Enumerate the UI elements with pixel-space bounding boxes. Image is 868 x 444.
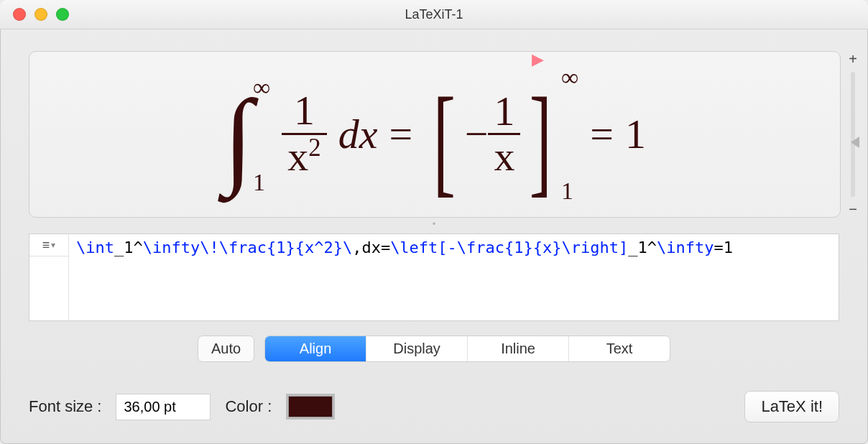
- tab-align[interactable]: Align: [265, 336, 366, 361]
- integral-symbol: ∫: [223, 94, 253, 180]
- zoom-slider: + −: [844, 51, 862, 218]
- preview-row: ▶ ∫ ∞ 1 1 x2 dx =: [0, 29, 868, 218]
- auto-button[interactable]: Auto: [198, 336, 254, 362]
- latex-it-button[interactable]: LaTeX it!: [744, 391, 839, 422]
- color-well[interactable]: [286, 394, 335, 420]
- zoom-icon[interactable]: [56, 8, 69, 21]
- mode-segmented: Align Display Inline Text: [264, 336, 670, 362]
- tab-display[interactable]: Display: [366, 336, 468, 361]
- bracket-block: [ − 1 x ] ∞ 1: [424, 90, 578, 180]
- minimize-icon[interactable]: [34, 8, 47, 21]
- fraction-result: 1 x: [488, 90, 520, 180]
- zoom-in-button[interactable]: +: [849, 51, 857, 68]
- integral-limits: ∞ 1: [253, 110, 270, 159]
- integral-lower: 1: [253, 170, 265, 195]
- tab-text[interactable]: Text: [569, 336, 670, 361]
- result: 1: [625, 110, 646, 158]
- left-bracket-icon: [: [433, 96, 456, 184]
- dx: dx: [338, 110, 378, 158]
- menu-icon: ≡: [42, 238, 50, 253]
- font-size-input[interactable]: [116, 394, 211, 420]
- preview-panel[interactable]: ▶ ∫ ∞ 1 1 x2 dx =: [29, 51, 841, 218]
- equals-2: =: [590, 110, 614, 158]
- editor-row: ≡▾ \int_1^\infty\!\frac{1}{x^2}\,dx=\lef…: [29, 233, 839, 321]
- editor-gutter: ≡▾: [29, 233, 69, 321]
- window-controls: [0, 8, 69, 21]
- zoom-out-button[interactable]: −: [849, 201, 857, 218]
- app-window: LaTeXiT-1 ▶ ∫ ∞ 1 1 x2: [0, 0, 868, 444]
- fraction-integrand: 1 x2: [282, 89, 326, 179]
- zoom-track[interactable]: [851, 72, 855, 197]
- tab-inline[interactable]: Inline: [468, 336, 569, 361]
- integral-upper: ∞: [253, 75, 270, 100]
- bracket-limits: ∞ 1: [561, 107, 578, 162]
- font-size-label: Font size :: [29, 397, 101, 416]
- footer-row: Font size : Color : LaTeX it!: [29, 391, 839, 422]
- window-title: LaTeXiT-1: [0, 7, 868, 22]
- color-label: Color :: [225, 397, 272, 416]
- equals: =: [389, 110, 412, 158]
- frac-den: x2: [282, 135, 326, 179]
- mode-row: Auto Align Display Inline Text: [29, 336, 839, 362]
- frac-num: 1: [288, 89, 320, 133]
- titlebar: LaTeXiT-1: [0, 0, 868, 29]
- close-icon[interactable]: [13, 8, 26, 21]
- latex-source-editor[interactable]: \int_1^\infty\!\frac{1}{x^2}\,dx=\left[-…: [69, 233, 839, 321]
- zoom-thumb-icon[interactable]: [851, 137, 859, 148]
- chevron-down-icon: ▾: [51, 240, 55, 250]
- split-handle-icon[interactable]: •: [0, 219, 868, 229]
- rendered-equation: ∫ ∞ 1 1 x2 dx = [ −: [223, 89, 646, 179]
- neg: −: [465, 110, 489, 158]
- baseline-marker-icon[interactable]: ▶: [532, 51, 544, 69]
- template-menu-button[interactable]: ≡▾: [29, 234, 68, 256]
- integral-block: ∫ ∞ 1: [223, 91, 270, 177]
- right-bracket-icon: ]: [530, 96, 552, 184]
